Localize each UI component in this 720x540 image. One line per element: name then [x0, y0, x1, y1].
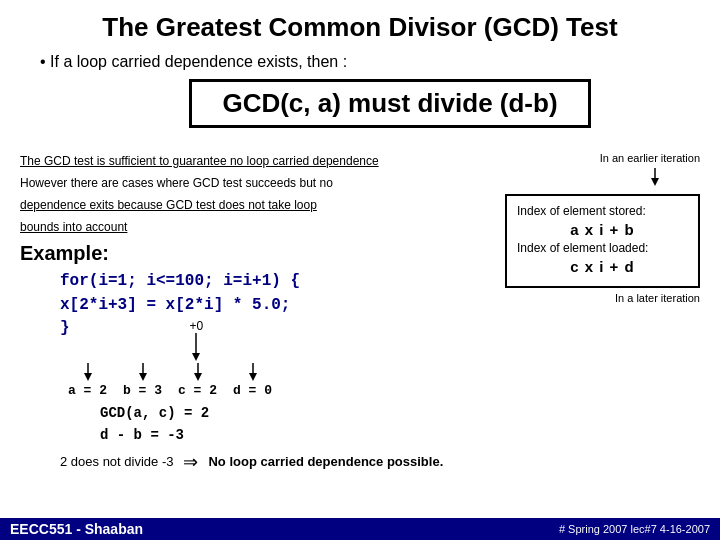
loaded-formula: c x i + d: [517, 258, 688, 275]
plus-zero-label: +0: [190, 319, 204, 363]
desc-line3: dependence exits because GCD test does n…: [20, 196, 493, 214]
desc-line2: However there are cases where GCD test s…: [20, 174, 493, 192]
stored-formula: a x i + b: [517, 221, 688, 238]
footer-bar: EECC551 - Shaaban # Spring 2007 lec#7 4-…: [0, 518, 720, 540]
svg-marker-5: [139, 373, 147, 381]
svg-marker-1: [192, 353, 200, 361]
footer-left: EECC551 - Shaaban: [10, 521, 143, 537]
slide-title: The Greatest Common Divisor (GCD) Test: [20, 12, 700, 43]
left-content: The GCD test is sufficient to guarantee …: [20, 152, 493, 473]
var-c: c = 2: [178, 383, 217, 398]
var-d: d = 0: [233, 383, 272, 398]
conclusion-right: No loop carried dependence possible.: [208, 454, 443, 469]
var-a: a = 2: [68, 383, 107, 398]
var-b: b = 3: [123, 383, 162, 398]
right-info-area: In an earlier iteration Index of element…: [505, 152, 700, 473]
gcd-result1: GCD(a, c) = 2: [100, 402, 493, 424]
code-block: for(i=1; i<=100; i=i+1) { x[2*i+3] = x[2…: [60, 269, 493, 317]
index-stored-label: Index of element stored:: [517, 204, 688, 218]
var-labels-row: a = 2 b = 3 c = 2: [60, 363, 493, 398]
arrow-symbol: ⇒: [183, 451, 198, 473]
gcd-results: GCD(a, c) = 2 d - b = -3: [100, 402, 493, 447]
desc-line4: bounds into account: [20, 218, 493, 236]
slide: The Greatest Common Divisor (GCD) Test •…: [0, 0, 720, 540]
later-iter-label: In a later iteration: [505, 292, 700, 304]
bullet-text: • If a loop carried dependence exists, t…: [20, 53, 700, 71]
example-label: Example:: [20, 242, 493, 265]
gcd-formula-text: GCD(c, a) must divide (d-b): [222, 88, 557, 118]
desc-line1: The GCD test is sufficient to guarantee …: [20, 152, 493, 170]
svg-marker-11: [651, 178, 659, 186]
gcd-result2: d - b = -3: [100, 424, 493, 446]
conclusion-left: 2 does not divide -3: [60, 454, 173, 469]
code-line2: x[2*i+3] = x[2*i] * 5.0;: [60, 293, 493, 317]
svg-marker-9: [249, 373, 257, 381]
index-info-box: Index of element stored: a x i + b Index…: [505, 194, 700, 288]
conclusion-row: 2 does not divide -3 ⇒ No loop carried d…: [60, 451, 493, 473]
footer-right: # Spring 2007 lec#7 4-16-2007: [559, 523, 710, 535]
code-closing-brace: }: [60, 319, 70, 337]
gcd-formula-box: GCD(c, a) must divide (d-b): [189, 79, 590, 128]
svg-marker-3: [84, 373, 92, 381]
index-loaded-label: Index of element loaded:: [517, 241, 688, 255]
code-line1: for(i=1; i<=100; i=i+1) {: [60, 269, 493, 293]
svg-marker-7: [194, 373, 202, 381]
earlier-iter-label: In an earlier iteration: [505, 152, 700, 164]
